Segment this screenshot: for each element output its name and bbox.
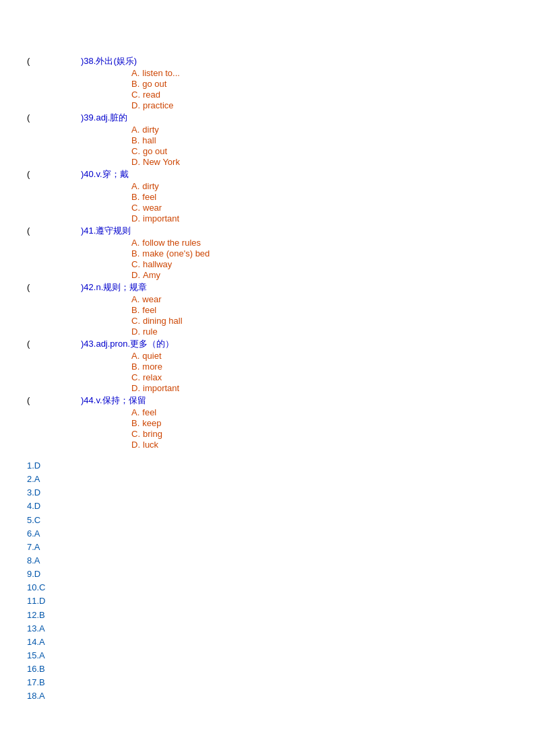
option-value: luck [143,440,158,450]
option-line-44-B: B. keep [27,418,508,428]
answer-item: 11.D [27,594,508,608]
answer-item: 17.B [27,676,508,689]
option-label: A. [131,238,139,248]
option-value: go out [143,146,167,156]
page-content: ( )38.外出(娱乐) A. listen to... B. go out C… [0,13,535,730]
questions-list: ( )38.外出(娱乐) A. listen to... B. go out C… [27,55,508,450]
answer-item: 10.C [27,581,508,594]
question-line-44: ( )44.v.保持；保留 [27,394,508,407]
answer-section: 1.D2.A3.D4.D5.C6.A7.A8.A9.D10.C11.D12.B1… [27,459,508,703]
option-line-42-A: A. wear [27,294,508,304]
option-label: A. [131,68,139,78]
answer-item: 3.D [27,486,508,500]
option-value: wear [142,294,161,304]
option-line-42-C: C. dining hall [27,316,508,326]
option-value: hall [142,135,156,145]
question-text-40: )40.v.穿；戴 [81,168,129,180]
option-value: Amy [143,270,160,280]
option-value: feel [142,305,156,315]
answer-item: 13.A [27,622,508,635]
option-line-39-A: A. dirty [27,125,508,135]
option-line-40-A: A. dirty [27,181,508,191]
option-line-41-A: A. follow the rules [27,238,508,248]
option-line-40-C: C. wear [27,203,508,213]
option-value: feel [142,407,156,417]
paren-space [40,112,81,123]
paren-space [40,226,81,236]
option-label: A. [131,181,139,191]
option-value: more [142,362,162,372]
option-value: listen to... [142,68,180,78]
question-text-43: )43.adj.pron.更多（的） [81,338,174,350]
question-41: ( )41.遵守规则 A. follow the rules B. make (… [27,225,508,280]
option-label: C. [131,429,140,439]
option-label: C. [131,90,140,100]
option-label: C. [131,316,140,326]
option-value: practice [143,100,174,110]
paren-space [40,56,81,66]
option-value: hallway [143,259,172,269]
question-text-39: )39.adj.脏的 [81,112,127,124]
question-39: ( )39.adj.脏的 A. dirty B. hall C. go out … [27,112,508,167]
answer-item: 18.A [27,689,508,703]
option-line-39-B: B. hall [27,135,508,145]
answer-item: 9.D [27,568,508,581]
option-label: D. [131,213,140,224]
paren-left: ( [27,395,40,405]
answer-item: 14.A [27,635,508,649]
option-label: B. [131,305,139,315]
option-label: D. [131,383,140,393]
answer-item: 1.D [27,459,508,473]
option-line-39-C: C. go out [27,146,508,156]
paren-left: ( [27,169,40,179]
option-value: bring [143,429,162,439]
option-value: keep [142,418,161,428]
option-label: B. [131,362,139,372]
option-value: read [143,90,160,100]
option-value: New York [143,157,180,167]
option-label: D. [131,100,140,110]
option-value: feel [142,192,156,202]
option-label: C. [131,259,140,269]
option-line-42-D: D. rule [27,327,508,337]
paren-left: ( [27,339,40,349]
option-line-44-A: A. feel [27,407,508,417]
option-line-41-B: B. make (one's) bed [27,248,508,259]
option-line-43-D: D. important [27,383,508,393]
answer-item: 8.A [27,554,508,568]
question-38: ( )38.外出(娱乐) A. listen to... B. go out C… [27,55,508,110]
paren-space [40,282,81,292]
option-label: D. [131,327,140,337]
option-label: B. [131,192,139,202]
option-value: dining hall [143,316,183,326]
question-text-38: )38.外出(娱乐) [81,55,137,67]
option-label: A. [131,351,139,361]
option-line-40-D: D. important [27,213,508,224]
option-value: quiet [142,351,161,361]
option-label: C. [131,146,140,156]
option-line-39-D: D. New York [27,157,508,167]
question-43: ( )43.adj.pron.更多（的） A. quiet B. more C.… [27,338,508,393]
paren-space [40,339,81,349]
option-label: D. [131,157,140,167]
question-text-42: )42.n.规则；规章 [81,281,147,294]
answer-item: 2.A [27,473,508,486]
question-42: ( )42.n.规则；规章 A. wear B. feel C. dining … [27,281,508,337]
option-label: D. [131,270,140,280]
question-line-39: ( )39.adj.脏的 [27,112,508,124]
option-line-40-B: B. feel [27,192,508,202]
option-value: dirty [142,125,159,135]
option-label: A. [131,294,139,304]
option-value: follow the rules [142,238,201,248]
question-line-40: ( )40.v.穿；戴 [27,168,508,180]
option-line-44-D: D. luck [27,440,508,450]
paren-left: ( [27,282,40,292]
question-44: ( )44.v.保持；保留 A. feel B. keep C. bring D… [27,394,508,450]
option-line-38-C: C. read [27,90,508,100]
answer-item: 4.D [27,500,508,513]
option-value: make (one's) bed [142,248,210,259]
answer-item: 16.B [27,662,508,676]
option-line-43-A: A. quiet [27,351,508,361]
option-value: important [143,383,179,393]
option-label: D. [131,440,140,450]
